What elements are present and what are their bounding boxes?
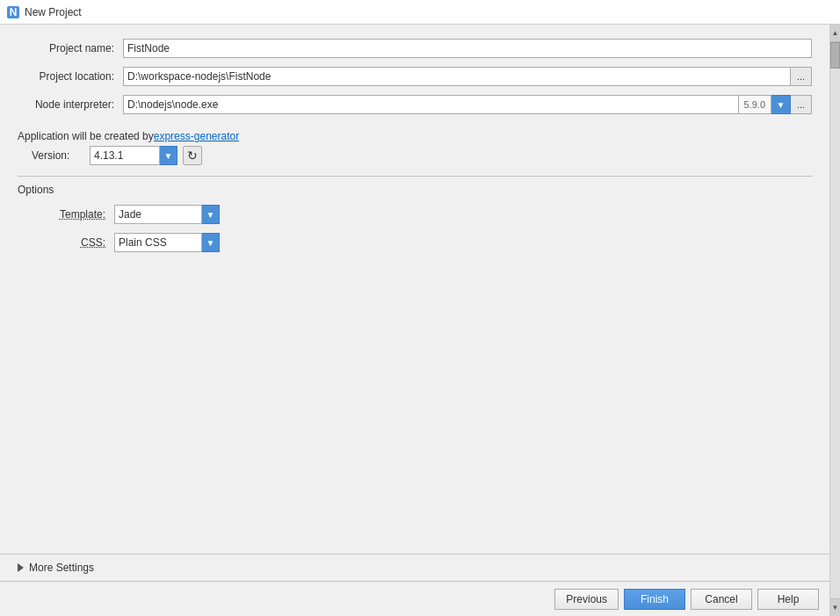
options-divider [18,176,812,177]
template-input[interactable] [114,205,202,224]
template-row: Template: ▼ [18,205,812,224]
project-location-label: Project location: [18,70,123,83]
main-container: Project name: Project location: ... Node… [0,25,840,616]
project-location-field: ... [123,67,812,86]
more-settings-triangle-icon [18,563,24,572]
form-area: Project name: Project location: ... Node… [0,25,829,554]
more-settings-row[interactable]: More Settings [0,554,829,581]
project-name-input[interactable] [123,39,812,58]
project-name-label: Project name: [18,42,123,54]
version-input[interactable] [90,146,160,165]
css-row: CSS: ▼ [18,233,812,252]
template-dropdown-button[interactable]: ▼ [202,205,220,224]
node-interpreter-label: Node interpreter: [18,98,123,111]
content-panel: Project name: Project location: ... Node… [0,25,829,616]
scrollbar[interactable]: ▲ ▼ [829,25,840,616]
bottom-bar: Previous Finish Cancel Help [0,581,829,616]
options-section-title: Options [18,184,812,196]
previous-button[interactable]: Previous [554,589,619,610]
scrollbar-thumb[interactable] [830,42,840,69]
project-location-input[interactable] [123,67,791,86]
node-interpreter-input[interactable] [123,95,739,114]
project-name-row: Project name: [18,39,812,58]
version-select-container: ▼ [90,146,177,165]
node-interpreter-browse-button[interactable]: ... [791,95,812,114]
more-settings-label: More Settings [29,562,94,574]
project-location-browse-button[interactable]: ... [791,67,812,86]
info-text: Application will be created by [18,130,154,142]
template-label: Template: [44,208,114,221]
cancel-button[interactable]: Cancel [691,589,752,610]
scrollbar-down-button[interactable]: ▼ [830,598,840,616]
help-button[interactable]: Help [757,589,819,610]
dialog-title: New Project [25,6,82,18]
scrollbar-up-button[interactable]: ▲ [830,25,840,42]
title-bar: N New Project [0,0,840,25]
version-label: Version: [32,149,84,162]
info-row: Application will be created by express-g… [18,123,812,146]
template-select-container: ▼ [114,205,220,224]
node-interpreter-field: 5.9.0 ▼ ... [123,95,812,114]
project-location-row: Project location: ... [18,67,812,86]
css-select-container: ▼ [114,233,220,252]
node-interpreter-row: Node interpreter: 5.9.0 ▼ ... [18,95,812,114]
version-refresh-button[interactable]: ↻ [183,146,202,165]
version-dropdown-button[interactable]: ▼ [160,146,177,165]
css-input[interactable] [114,233,202,252]
node-interpreter-dropdown-button[interactable]: ▼ [771,95,791,114]
express-generator-link[interactable]: express-generator [154,130,239,142]
node-version-badge: 5.9.0 [739,95,771,114]
finish-button[interactable]: Finish [624,589,685,610]
app-icon: N [7,6,19,18]
css-dropdown-button[interactable]: ▼ [202,233,220,252]
css-label: CSS: [44,236,114,249]
version-row: Version: ▼ ↻ [18,146,812,165]
scrollbar-track [830,42,840,598]
